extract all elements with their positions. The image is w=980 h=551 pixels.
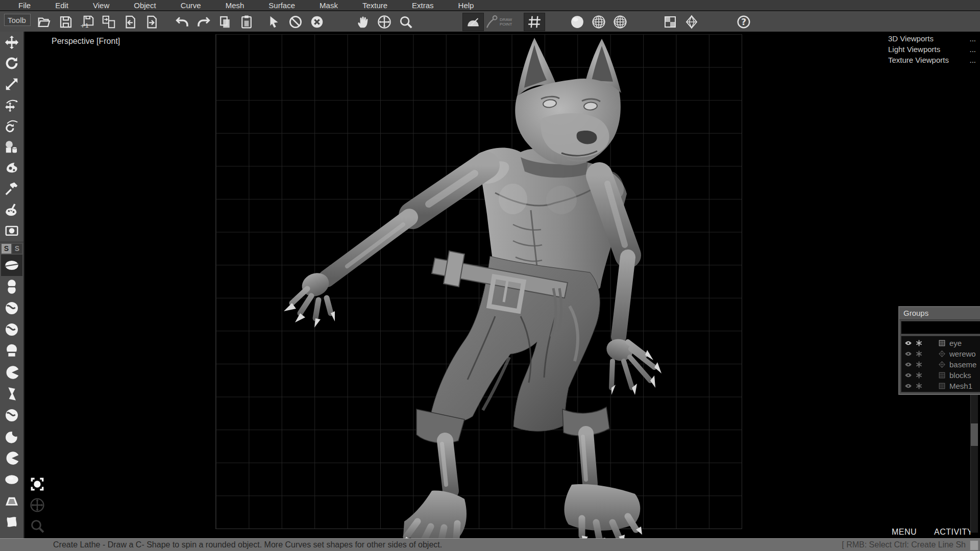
viewport-menu-texture-viewports[interactable]: Texture Viewports...	[888, 55, 976, 65]
brush-ribbon[interactable]	[1, 383, 22, 405]
group-name[interactable]: blocks	[949, 371, 971, 380]
scale-tool[interactable]	[1, 74, 22, 94]
menu-edit[interactable]: Edit	[43, 0, 81, 11]
visibility-eye-icon[interactable]	[904, 371, 912, 379]
toolbar-draw-point-button[interactable]: DRAW POINT	[484, 13, 516, 31]
soft-move-tool[interactable]	[1, 95, 22, 115]
brush-swirl-a[interactable]	[1, 297, 22, 319]
toolbar-pan-view-button[interactable]	[352, 13, 374, 31]
visibility-eye-icon[interactable]	[904, 361, 912, 368]
toolbox-panel-label[interactable]: Toolb	[4, 14, 31, 26]
freeze-asterisk-icon[interactable]	[915, 339, 923, 347]
freeze-asterisk-icon[interactable]	[915, 350, 923, 358]
brush-cut-sphere[interactable]	[1, 362, 22, 383]
toolbar-angle-snap-button[interactable]	[462, 13, 484, 31]
visibility-eye-icon[interactable]	[904, 339, 912, 347]
toolbar-redo-button[interactable]	[193, 13, 214, 31]
toolbar-paste-button[interactable]	[236, 13, 257, 31]
group-row-mesh1[interactable]: Mesh1	[901, 381, 980, 391]
toolbar-wire-shaded-mode-button[interactable]	[609, 13, 631, 31]
brush-swirl-c[interactable]	[1, 405, 22, 426]
deselect-all-icon	[288, 14, 303, 30]
group-row-eye[interactable]: eye	[901, 338, 980, 348]
toolbar-uv-checker-button[interactable]	[659, 13, 681, 31]
freeze-asterisk-icon[interactable]	[915, 361, 923, 368]
group-row-baseme[interactable]: baseme	[901, 359, 980, 370]
brush-pinch[interactable]	[1, 276, 22, 297]
brush-disc-icon	[4, 471, 20, 488]
focus-light-button[interactable]	[28, 474, 46, 494]
brush-trapezoid[interactable]	[1, 490, 22, 512]
menu-mask[interactable]: Mask	[307, 0, 350, 11]
move-tool[interactable]	[1, 32, 22, 53]
toolbar-select-cursor-button[interactable]	[263, 13, 285, 31]
toolbar-grid-snap-button[interactable]	[524, 13, 545, 31]
menu-file[interactable]: File	[6, 0, 43, 11]
group-name[interactable]: werewo	[949, 349, 976, 358]
rotate-tool[interactable]	[1, 53, 22, 73]
toolbar-deselect-all-button[interactable]	[285, 13, 306, 31]
toolbar-load-next-button[interactable]	[141, 13, 162, 31]
toolbar-help-button[interactable]	[733, 13, 754, 31]
brush-warp[interactable]	[1, 512, 22, 533]
menu-surface[interactable]: Surface	[256, 0, 307, 11]
freeze-asterisk-icon[interactable]	[915, 382, 923, 390]
menu-help[interactable]: Help	[446, 0, 486, 11]
brush-tab-2[interactable]: S	[12, 244, 22, 254]
toolbar-wireframe-mode-button[interactable]	[588, 13, 609, 31]
wireframe-mode-icon	[591, 14, 606, 30]
brush-swirl-b[interactable]	[1, 319, 22, 340]
toolbar-save-button[interactable]	[55, 13, 77, 31]
toolbar-open-button[interactable]	[34, 13, 55, 31]
menu-view[interactable]: View	[81, 0, 121, 11]
brush-lathe[interactable]	[1, 255, 22, 276]
toolbar-save-increment-button[interactable]	[77, 13, 98, 31]
menu-object[interactable]: Object	[121, 0, 168, 11]
brush-slice[interactable]	[1, 447, 22, 469]
group-row-werewo[interactable]: werewo	[901, 348, 980, 359]
render-tool[interactable]	[1, 220, 22, 241]
soft-rotate-tool[interactable]	[1, 116, 22, 136]
toolbar-load-previous-button[interactable]	[119, 13, 141, 31]
toolbar-shaded-mode-button[interactable]	[567, 13, 588, 31]
group-name[interactable]: Mesh1	[949, 382, 972, 390]
toolbar-undo-button[interactable]	[172, 13, 193, 31]
visibility-eye-icon[interactable]	[904, 382, 912, 390]
primitives-tool[interactable]	[1, 137, 22, 157]
brush-flatten[interactable]	[1, 340, 22, 362]
viewport-menu-light-viewports[interactable]: Light Viewports...	[888, 44, 976, 55]
group-name[interactable]: eye	[949, 339, 962, 347]
toolbar-copy-button[interactable]	[214, 13, 236, 31]
menu-mesh[interactable]: Mesh	[213, 0, 257, 11]
werewolf-model[interactable]	[255, 32, 664, 538]
group-name[interactable]: baseme	[949, 360, 976, 369]
status-resize-grip[interactable]	[970, 540, 978, 550]
toolbar-zoom-view-button[interactable]	[395, 13, 416, 31]
brush-tab-1[interactable]: S	[2, 244, 11, 254]
zoom-overlay-button[interactable]	[28, 516, 46, 536]
right-scrollbar[interactable]	[970, 395, 978, 533]
viewport-3d[interactable]: Perspective [Front] 3D Viewports...Light…	[0, 32, 980, 538]
menu-curve[interactable]: Curve	[168, 0, 213, 11]
right-scrollbar-thumb[interactable]	[971, 423, 978, 446]
toolbar-orbit-view-button[interactable]	[374, 13, 395, 31]
viewport-menu-3d-viewports[interactable]: 3D Viewports...	[888, 33, 976, 44]
paint-tool[interactable]	[1, 199, 22, 220]
groups-panel-title[interactable]: Groups	[899, 307, 980, 320]
pan-overlay-button[interactable]	[28, 495, 46, 515]
brush-bite[interactable]	[1, 426, 22, 447]
activity-button[interactable]: ACTIVITY	[934, 528, 973, 537]
freeze-asterisk-icon[interactable]	[915, 371, 923, 379]
group-row-blocks[interactable]: blocks	[901, 370, 980, 381]
construct-tool[interactable]	[1, 179, 22, 199]
toolbar-polygon-wire-button[interactable]	[681, 13, 702, 31]
menu-extras[interactable]: Extras	[400, 0, 446, 11]
toolbar-delete-selection-button[interactable]	[306, 13, 328, 31]
menu-button[interactable]: MENU	[892, 528, 917, 537]
visibility-eye-icon[interactable]	[904, 350, 912, 358]
menu-texture[interactable]: Texture	[350, 0, 400, 11]
smudge-tool[interactable]	[1, 158, 22, 178]
toolbar-import-export-button[interactable]	[98, 13, 119, 31]
brush-disc[interactable]	[1, 469, 22, 490]
groups-search-field[interactable]	[901, 321, 980, 334]
